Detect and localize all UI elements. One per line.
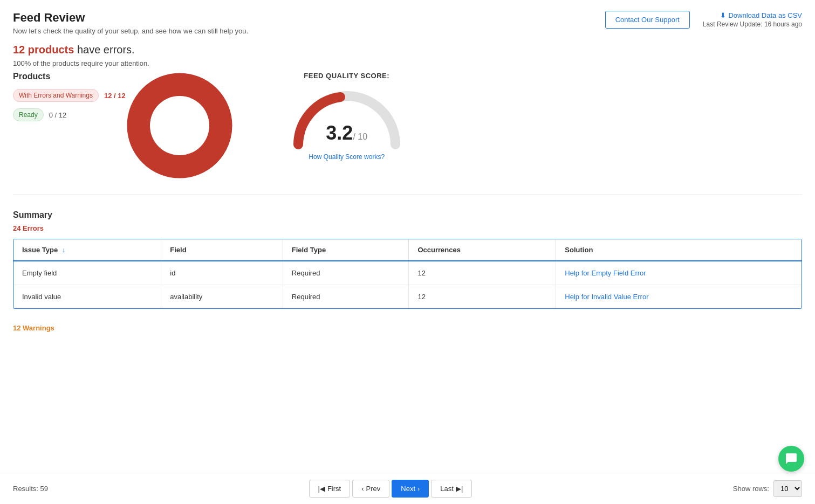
cell-solution-0[interactable]: Help for Empty Field Error — [556, 261, 802, 285]
download-csv-link[interactable]: ⬇ Download Data as CSV — [720, 11, 802, 19]
errors-count: 24 Errors — [13, 224, 802, 232]
table-row: Invalid value availability Required 12 H… — [13, 285, 802, 309]
donut-chart: 100% — [126, 72, 234, 179]
summary-section: Summary 24 Errors Issue Type ↓ Field Fie… — [13, 210, 802, 332]
header-left: Feed Review Now let's check the quality … — [13, 11, 248, 35]
error-sub: 100% of the products require your attent… — [13, 59, 802, 67]
cell-issue-0: Empty field — [13, 261, 161, 285]
col-field[interactable]: Field — [161, 239, 283, 261]
errors-count-label: 12 / 12 — [104, 92, 126, 100]
contact-support-button[interactable]: Contact Our Support — [605, 11, 690, 29]
donut-percentage: 100% — [166, 120, 193, 132]
last-review: Last Review Update: 16 hours ago — [703, 20, 802, 28]
gauge-chart: 3.2/ 10 — [287, 85, 406, 150]
products-list: Products With Errors and Warnings 12 / 1… — [13, 72, 126, 128]
products-title: Products — [13, 72, 126, 81]
summary-table: Issue Type ↓ Field Field Type Occurrence… — [13, 239, 802, 308]
solution-link-0[interactable]: Help for Empty Field Error — [565, 269, 646, 277]
cell-field-1: availability — [161, 285, 283, 309]
ready-badge[interactable]: Ready — [13, 108, 44, 121]
cell-field-0: id — [161, 261, 283, 285]
download-section: ⬇ Download Data as CSV Last Review Updat… — [703, 11, 802, 28]
sort-icon: ↓ — [62, 246, 66, 254]
header-subtitle: Now let's check the quality of your setu… — [13, 27, 248, 35]
products-section: Products With Errors and Warnings 12 / 1… — [13, 72, 802, 179]
error-message: have errors. — [74, 44, 134, 56]
col-field-type[interactable]: Field Type — [283, 239, 409, 261]
col-occurrences[interactable]: Occurrences — [409, 239, 556, 261]
table-row: Empty field id Required 12 Help for Empt… — [13, 261, 802, 285]
col-issue-type[interactable]: Issue Type ↓ — [13, 239, 161, 261]
gauge-score: 3.2/ 10 — [326, 122, 367, 144]
section-divider — [13, 195, 802, 195]
summary-title: Summary — [13, 210, 802, 220]
warnings-count: 12 Warnings — [13, 324, 802, 332]
cell-occurrences-1: 12 — [409, 285, 556, 309]
page-title: Feed Review — [13, 11, 248, 25]
header-right: Contact Our Support ⬇ Download Data as C… — [605, 11, 802, 29]
page-header: Feed Review Now let's check the quality … — [13, 11, 802, 35]
cell-occurrences-0: 12 — [409, 261, 556, 285]
cell-solution-1[interactable]: Help for Invalid Value Error — [556, 285, 802, 309]
error-count: 12 products — [13, 44, 74, 56]
gauge-title: FEED QUALITY SCORE: — [304, 72, 389, 80]
download-icon: ⬇ — [720, 11, 726, 19]
solution-link-1[interactable]: Help for Invalid Value Error — [565, 293, 648, 301]
gauge-link[interactable]: How Quality Score works? — [309, 153, 385, 161]
ready-count-label: 0 / 12 — [49, 111, 67, 119]
col-solution[interactable]: Solution — [556, 239, 802, 261]
gauge-number: 3.2 — [326, 122, 353, 144]
table-header-row: Issue Type ↓ Field Field Type Occurrence… — [13, 239, 802, 261]
cell-issue-1: Invalid value — [13, 285, 161, 309]
gauge-section: FEED QUALITY SCORE: 3.2/ 10 How Quality … — [287, 72, 406, 161]
errors-badge-row: With Errors and Warnings 12 / 12 — [13, 89, 126, 102]
summary-table-wrapper: Issue Type ↓ Field Field Type Occurrence… — [13, 239, 802, 309]
cell-field-type-0: Required — [283, 261, 409, 285]
cell-field-type-1: Required — [283, 285, 409, 309]
gauge-denom: / 10 — [353, 132, 367, 141]
ready-badge-row: Ready 0 / 12 — [13, 108, 126, 121]
error-banner: 12 products have errors. 100% of the pro… — [13, 44, 802, 67]
errors-badge[interactable]: With Errors and Warnings — [13, 89, 99, 102]
